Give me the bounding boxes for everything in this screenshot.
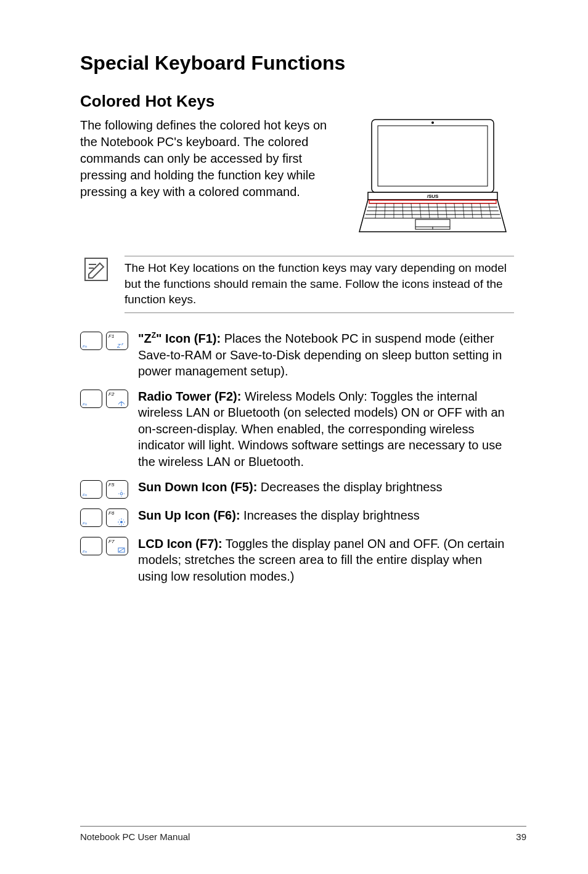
svg-text:/SUS: /SUS xyxy=(427,194,439,199)
svg-line-46 xyxy=(123,520,124,520)
svg-line-45 xyxy=(119,524,120,525)
svg-point-2 xyxy=(431,121,434,124)
hotkey-f2-description: Radio Tower (F2): Wireless Models Only: … xyxy=(138,388,514,470)
footer-left: Notebook PC User Manual xyxy=(80,831,190,842)
sun-up-icon xyxy=(117,517,126,525)
hotkey-f5-description: Sun Down Icon (F5): Decreases the displa… xyxy=(138,479,514,496)
svg-point-38 xyxy=(120,521,123,523)
f6-key-icon: F6 xyxy=(106,508,128,527)
hotkey-f1-description: "ZZ" Icon (F1): Places the Notebook PC i… xyxy=(138,330,514,380)
f2-key-icon: F2 xyxy=(106,390,128,408)
hotkey-f6-description: Sun Up Icon (F6): Increases the display … xyxy=(138,507,514,524)
svg-text:z: z xyxy=(121,342,124,346)
fn-key-icon xyxy=(80,332,102,350)
lcd-icon xyxy=(117,545,126,553)
f5-key-icon: F5 xyxy=(106,480,128,499)
fn-key-icon xyxy=(80,537,102,555)
note-text: The Hot Key locations on the function ke… xyxy=(125,256,514,313)
svg-line-43 xyxy=(119,520,120,520)
hotkey-f7-description: LCD Icon (F7): Toggles the display panel… xyxy=(138,536,514,585)
intro-paragraph: The following defines the colored hot ke… xyxy=(80,117,338,200)
page-title: Special Keyboard Functions xyxy=(80,52,514,75)
page-number: 39 xyxy=(516,831,526,842)
f7-key-icon: F7 xyxy=(106,537,128,555)
section-heading: Colored Hot Keys xyxy=(80,92,514,111)
zz-icon: Zz xyxy=(117,340,126,348)
fn-key-icon xyxy=(80,390,102,408)
radio-tower-icon xyxy=(117,398,126,406)
f1-key-icon: F1 Zz xyxy=(106,332,128,350)
fn-key-icon xyxy=(80,480,102,499)
fn-key-icon xyxy=(80,508,102,527)
svg-line-44 xyxy=(123,524,124,525)
laptop-illustration: /SUS xyxy=(351,117,514,237)
svg-text:Z: Z xyxy=(117,343,121,349)
note-icon xyxy=(83,256,110,283)
svg-line-48 xyxy=(119,549,124,552)
svg-rect-1 xyxy=(378,126,488,186)
svg-point-33 xyxy=(120,492,123,495)
sun-down-icon xyxy=(117,489,126,496)
